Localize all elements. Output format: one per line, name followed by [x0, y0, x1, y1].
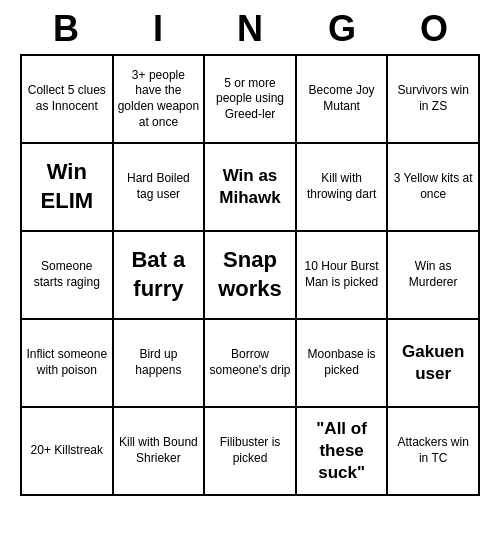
bingo-header: B I N G O [20, 0, 480, 54]
letter-i: I [118, 8, 198, 50]
letter-g: G [302, 8, 382, 50]
bingo-cell: Win ELIM [22, 144, 114, 232]
bingo-cell: 3+ people have the golden weapon at once [114, 56, 206, 144]
bingo-cell: Win as Murderer [388, 232, 480, 320]
letter-o: O [394, 8, 474, 50]
bingo-cell: Bat a furry [114, 232, 206, 320]
bingo-cell: "All of these suck" [297, 408, 389, 496]
bingo-cell: Bird up happens [114, 320, 206, 408]
bingo-cell: Inflict someone with poison [22, 320, 114, 408]
bingo-cell: Someone starts raging [22, 232, 114, 320]
bingo-cell: Attackers win in TC [388, 408, 480, 496]
bingo-cell: Win as Mihawk [205, 144, 297, 232]
bingo-grid: Collect 5 clues as Innocent3+ people hav… [20, 54, 480, 496]
letter-n: N [210, 8, 290, 50]
bingo-cell: Filibuster is picked [205, 408, 297, 496]
bingo-cell: Become Joy Mutant [297, 56, 389, 144]
bingo-cell: Kill with Bound Shrieker [114, 408, 206, 496]
bingo-cell: 20+ Killstreak [22, 408, 114, 496]
bingo-cell: Moonbase is picked [297, 320, 389, 408]
bingo-cell: Kill with throwing dart [297, 144, 389, 232]
bingo-cell: Survivors win in ZS [388, 56, 480, 144]
bingo-cell: 5 or more people using Greed-ler [205, 56, 297, 144]
letter-b: B [26, 8, 106, 50]
bingo-cell: Gakuen user [388, 320, 480, 408]
bingo-cell: Hard Boiled tag user [114, 144, 206, 232]
bingo-cell: Borrow someone's drip [205, 320, 297, 408]
bingo-cell: Collect 5 clues as Innocent [22, 56, 114, 144]
bingo-cell: 10 Hour Burst Man is picked [297, 232, 389, 320]
bingo-cell: 3 Yellow kits at once [388, 144, 480, 232]
bingo-cell: Snap works [205, 232, 297, 320]
